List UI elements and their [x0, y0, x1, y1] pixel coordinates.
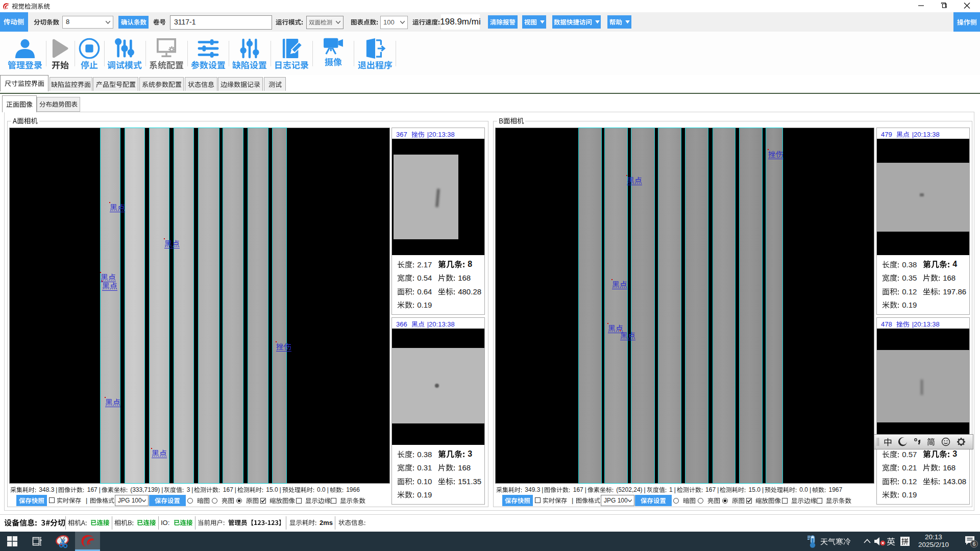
svg-text:6: 6 — [973, 541, 976, 547]
